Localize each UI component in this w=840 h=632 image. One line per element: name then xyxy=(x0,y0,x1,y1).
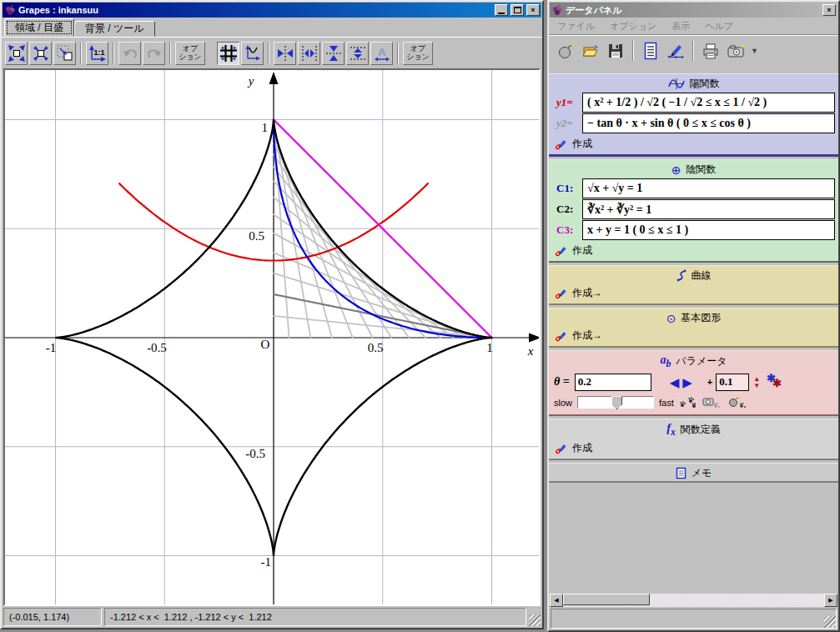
theta-value-input[interactable] xyxy=(575,374,651,391)
explicit-function-icon xyxy=(668,78,685,89)
scroll-left-button[interactable]: ◀ xyxy=(550,594,563,607)
section-title: パラメータ xyxy=(676,354,727,369)
basic-create-button[interactable]: 作成→ xyxy=(549,326,838,346)
c2-formula[interactable]: ∛x² + ∛y² = 1 xyxy=(582,199,835,219)
range-frame-icon xyxy=(244,45,261,62)
step-forward-button[interactable]: ▶ xyxy=(682,376,692,389)
svg-text:-1: -1 xyxy=(261,555,272,569)
funcdef-create-button[interactable]: 作成 xyxy=(549,439,838,459)
y2-formula[interactable]: − tan θ · x + sin θ ( 0 ≤ x ≤ cos θ ) xyxy=(582,113,835,133)
section-title: 基本図形 xyxy=(681,311,721,325)
memo-icon xyxy=(676,467,687,479)
axes-1to1-icon: 1:1 xyxy=(88,45,107,62)
panel-close-button[interactable]: × xyxy=(822,4,836,16)
svg-text:A: A xyxy=(378,46,386,58)
step-value-input[interactable] xyxy=(716,374,749,391)
explicit-create-button[interactable]: 作成 xyxy=(549,134,838,154)
data-list-icon xyxy=(643,42,658,60)
graph-window-titlebar[interactable]: Grapes : inkansuu × xyxy=(3,3,541,18)
tab-region-scale[interactable]: 領域 / 目盛 xyxy=(4,18,74,37)
maximize-button[interactable] xyxy=(511,4,524,16)
scrollbar-thumb[interactable] xyxy=(563,594,650,605)
open-folder-icon xyxy=(581,43,600,59)
menu-view[interactable]: 表示 xyxy=(671,20,690,33)
panel-horizontal-scrollbar[interactable]: ◀ ▶ xyxy=(550,594,837,607)
undo-icon xyxy=(122,47,138,60)
font-button[interactable]: A xyxy=(370,42,393,65)
grid-options-button[interactable]: オプション xyxy=(403,42,433,65)
svg-text:1:1: 1:1 xyxy=(93,48,104,57)
redo-button[interactable] xyxy=(143,42,165,65)
zoom-select-button[interactable] xyxy=(53,42,76,65)
trace-camera-button[interactable] xyxy=(702,396,722,409)
undo-button[interactable] xyxy=(118,42,141,65)
random-asterisk-icon[interactable]: ✱✱ xyxy=(767,374,782,389)
new-button[interactable] xyxy=(556,41,576,61)
speed-slider-thumb[interactable] xyxy=(611,396,622,409)
y-expand-button[interactable] xyxy=(346,42,369,65)
tab-bar: 領域 / 目盛 背景 / ツール xyxy=(2,18,542,37)
c3-label[interactable]: C3: xyxy=(552,223,582,237)
resize-grip[interactable] xyxy=(529,614,541,626)
scroll-right-button[interactable]: ▶ xyxy=(824,594,837,607)
graph-statusbar: (-0.015, 1.174) -1.212 < x < 1.212 , -1.… xyxy=(3,608,541,626)
panel-resize-grip[interactable] xyxy=(824,616,836,628)
graph-options-button[interactable]: オプション xyxy=(175,42,205,65)
trace-paws-button[interactable] xyxy=(679,396,697,409)
curve-create-button[interactable]: 作成→ xyxy=(549,283,838,303)
svg-text:-1: -1 xyxy=(46,341,57,354)
svg-text:0.5: 0.5 xyxy=(249,229,264,243)
open-button[interactable] xyxy=(581,41,601,61)
panel-toolbar: ▼ xyxy=(549,35,838,67)
trace-bomb-button[interactable] xyxy=(727,396,747,409)
create-pencil-icon xyxy=(555,138,568,150)
scrollbar-track[interactable] xyxy=(563,594,824,607)
y2-label[interactable]: y2= xyxy=(552,117,582,130)
section-basic-figures: ⊙ 基本図形 作成→ xyxy=(549,308,838,348)
create-pencil-icon xyxy=(555,244,568,257)
data-list-button[interactable] xyxy=(641,41,661,61)
capture-button[interactable] xyxy=(726,41,746,61)
plus-label: + xyxy=(707,377,712,387)
menu-help[interactable]: ヘルプ xyxy=(705,20,733,33)
grid-toggle-button[interactable] xyxy=(217,42,239,65)
tab-background-tools[interactable]: 背景 / ツール xyxy=(74,21,155,37)
implicit-create-button[interactable]: 作成 xyxy=(549,241,838,261)
svg-text:y: y xyxy=(247,74,254,88)
axes-1to1-button[interactable]: 1:1 xyxy=(86,42,108,65)
step-spinner[interactable]: ▲▼ xyxy=(753,376,760,389)
menu-file[interactable]: ファイル xyxy=(557,20,595,33)
c3-formula[interactable]: x + y = 1 ( 0 ≤ x ≤ 1 ) xyxy=(582,220,835,240)
x-compress-icon xyxy=(277,45,294,62)
svg-text:-0.5: -0.5 xyxy=(147,341,167,354)
svg-text:1: 1 xyxy=(486,341,493,354)
panel-statusbar xyxy=(551,609,837,629)
c2-label[interactable]: C2: xyxy=(552,203,582,216)
x-expand-button[interactable] xyxy=(298,42,320,65)
c1-formula[interactable]: √x + √y = 1 xyxy=(582,178,835,198)
section-memo[interactable]: メモ xyxy=(549,463,838,483)
range-frame-button[interactable] xyxy=(241,42,264,65)
print-button[interactable] xyxy=(701,41,721,61)
y-compress-button[interactable] xyxy=(322,42,345,65)
plot-area[interactable]: yxO-1-0.50.5110.5-0.5-1 xyxy=(3,68,541,606)
c1-label[interactable]: C1: xyxy=(552,182,582,195)
section-function-definition: fx 関数定義 作成 xyxy=(549,419,838,460)
capture-dropdown-arrow[interactable]: ▼ xyxy=(751,47,758,55)
draw-button[interactable] xyxy=(666,41,686,61)
y1-formula[interactable]: ( x² + 1/2 ) / √2 ( −1 / √2 ≤ x ≤ 1 / √2… xyxy=(582,93,835,113)
step-back-button[interactable]: ◀ xyxy=(670,376,680,389)
data-panel-window: データパネル × ファイル オプション 表示 ヘルプ ▼ 陽関数 y1= ( x… xyxy=(547,0,840,632)
pointer-coordinates: (-0.015, 1.174) xyxy=(3,608,102,626)
formula-row-c3: C3: x + y = 1 ( 0 ≤ x ≤ 1 ) xyxy=(552,220,835,240)
zoom-in-button[interactable] xyxy=(29,42,52,65)
close-button[interactable]: × xyxy=(526,4,540,16)
save-button[interactable] xyxy=(606,41,626,61)
speed-slider[interactable] xyxy=(577,396,654,409)
minimize-button[interactable] xyxy=(495,4,508,16)
x-compress-button[interactable] xyxy=(274,42,296,65)
data-panel-titlebar[interactable]: データパネル × xyxy=(550,3,837,18)
y1-label[interactable]: y1= xyxy=(552,96,582,109)
menu-options[interactable]: オプション xyxy=(610,20,656,33)
zoom-out-button[interactable] xyxy=(5,42,28,65)
